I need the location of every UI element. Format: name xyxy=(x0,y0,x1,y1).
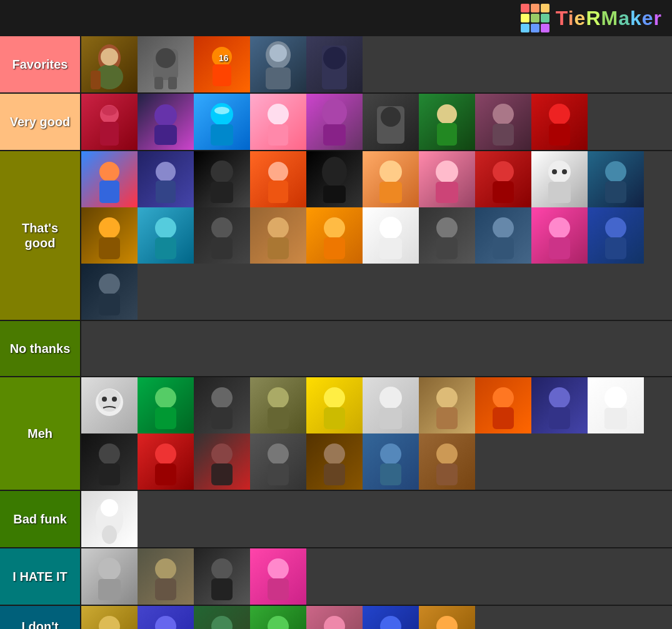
tier-label-very-good: Very good xyxy=(0,94,80,150)
char-meh-2[interactable] xyxy=(138,377,194,433)
char-dk-1[interactable] xyxy=(81,606,138,629)
svg-rect-7 xyxy=(168,77,177,89)
char-tg-14[interactable] xyxy=(250,207,306,264)
char-meh-4[interactable] xyxy=(250,377,306,433)
svg-point-36 xyxy=(99,162,119,182)
char-tg-8[interactable] xyxy=(475,151,531,207)
char-tg-6[interactable] xyxy=(363,151,419,207)
char-meh-7[interactable] xyxy=(419,377,475,433)
char-dk-5[interactable] xyxy=(306,606,363,629)
char-tg-21[interactable] xyxy=(81,264,138,320)
char-vg-6[interactable] xyxy=(363,94,419,150)
char-vg-8[interactable] xyxy=(475,94,531,150)
char-fav-4[interactable] xyxy=(250,36,306,92)
char-tg-7[interactable] xyxy=(419,151,475,207)
char-tg-16[interactable] xyxy=(363,207,419,264)
char-tg-4[interactable] xyxy=(250,151,306,207)
char-meh-3[interactable] xyxy=(194,377,250,433)
svg-rect-126 xyxy=(268,578,289,600)
svg-point-110 xyxy=(324,443,345,465)
logo-grid xyxy=(521,4,549,32)
char-tg-20[interactable] xyxy=(588,207,644,264)
char-hi-1[interactable] xyxy=(81,548,138,605)
svg-point-94 xyxy=(436,387,458,409)
char-meh-14[interactable] xyxy=(250,433,306,490)
svg-point-129 xyxy=(155,616,176,629)
char-meh-10[interactable] xyxy=(588,377,644,433)
logo-cell-7 xyxy=(521,24,529,32)
char-fav-3[interactable]: 16 xyxy=(194,36,250,92)
char-meh-13[interactable] xyxy=(194,433,250,490)
svg-rect-103 xyxy=(99,463,120,485)
char-fav-1[interactable] xyxy=(81,36,138,92)
char-hi-4[interactable] xyxy=(250,548,306,605)
char-meh-5[interactable] xyxy=(306,377,363,433)
svg-rect-122 xyxy=(155,578,176,600)
logo-cell-8 xyxy=(531,24,539,32)
svg-point-74 xyxy=(549,217,570,239)
char-vg-1[interactable] xyxy=(81,94,138,150)
char-meh-6[interactable] xyxy=(363,377,419,433)
tiermaker-logo: TieRMaker xyxy=(521,4,662,32)
char-tg-13[interactable] xyxy=(194,207,250,264)
char-tg-3[interactable] xyxy=(194,151,250,207)
char-tg-17[interactable] xyxy=(419,207,475,264)
char-meh-11[interactable] xyxy=(81,433,138,490)
svg-point-26 xyxy=(322,99,347,126)
char-dk-4[interactable] xyxy=(250,606,306,629)
char-meh-1[interactable] xyxy=(81,377,138,433)
char-dk-3[interactable] xyxy=(194,606,250,629)
char-tg-10[interactable] xyxy=(588,151,644,207)
svg-rect-107 xyxy=(211,463,233,485)
char-tg-15[interactable] xyxy=(306,207,363,264)
char-meh-8[interactable] xyxy=(475,377,531,433)
char-tg-19[interactable] xyxy=(531,207,588,264)
char-bf-1[interactable] xyxy=(81,491,138,547)
char-vg-2[interactable] xyxy=(138,94,194,150)
char-tg-18[interactable] xyxy=(475,207,531,264)
svg-rect-37 xyxy=(99,181,119,203)
char-tg-1[interactable] xyxy=(81,151,138,207)
char-vg-7[interactable] xyxy=(419,94,475,150)
char-dk-2[interactable] xyxy=(138,606,194,629)
svg-point-90 xyxy=(324,387,345,409)
char-tg-5[interactable] xyxy=(306,151,363,207)
char-fav-5[interactable] xyxy=(306,36,363,92)
svg-rect-97 xyxy=(493,407,514,429)
svg-point-42 xyxy=(268,162,288,182)
char-fav-2[interactable] xyxy=(138,36,194,92)
char-vg-5[interactable] xyxy=(306,94,363,150)
char-vg-3[interactable] xyxy=(194,94,250,150)
char-dk-6[interactable] xyxy=(363,606,419,629)
char-meh-16[interactable] xyxy=(363,433,419,490)
svg-rect-67 xyxy=(324,237,345,259)
char-tg-2[interactable] xyxy=(138,151,194,207)
svg-rect-43 xyxy=(268,181,288,203)
svg-point-86 xyxy=(211,387,233,409)
char-meh-17[interactable] xyxy=(419,433,475,490)
svg-rect-105 xyxy=(155,463,176,485)
char-tg-11[interactable] xyxy=(81,207,138,264)
char-tg-12[interactable] xyxy=(138,207,194,264)
svg-point-88 xyxy=(268,387,289,409)
char-hi-2[interactable] xyxy=(138,548,194,605)
char-dk-7[interactable] xyxy=(419,606,475,629)
char-tg-9[interactable] xyxy=(531,151,588,207)
tier-content-bad-funk xyxy=(80,491,672,547)
char-vg-4[interactable] xyxy=(250,94,306,150)
char-vg-9[interactable] xyxy=(531,94,588,150)
svg-point-72 xyxy=(493,217,514,239)
char-hi-3[interactable] xyxy=(194,548,250,605)
svg-rect-87 xyxy=(211,407,233,429)
svg-point-135 xyxy=(324,616,345,629)
char-meh-12[interactable] xyxy=(138,433,194,490)
svg-rect-9 xyxy=(213,64,231,86)
char-meh-15[interactable] xyxy=(306,433,363,490)
tier-row-meh: Meh xyxy=(0,377,672,491)
tier-label-no-thanks: No thanks xyxy=(0,321,80,376)
svg-point-24 xyxy=(268,104,289,125)
svg-rect-51 xyxy=(493,181,514,203)
tier-content-no-thanks xyxy=(80,321,672,376)
svg-rect-25 xyxy=(268,124,288,146)
char-meh-9[interactable] xyxy=(531,377,588,433)
